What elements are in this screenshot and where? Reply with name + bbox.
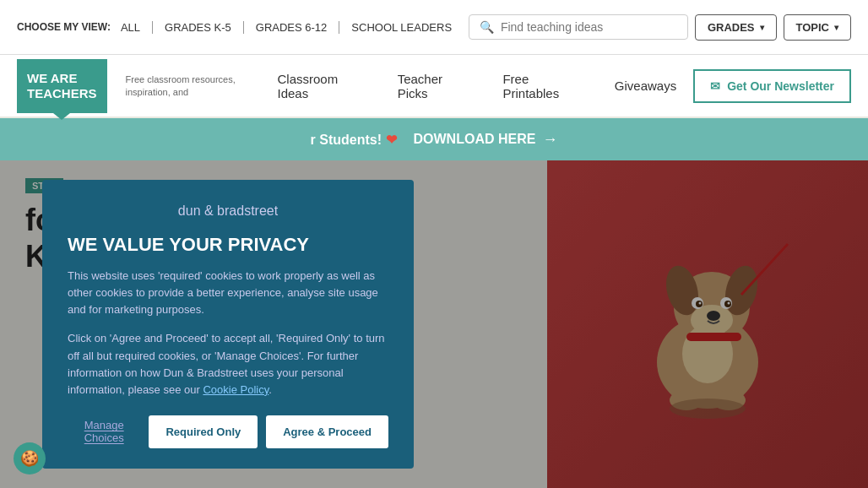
nav-grades-6-12[interactable]: GRADES 6-12 (244, 21, 340, 34)
nav-classroom-ideas[interactable]: Classroom Ideas (261, 72, 381, 100)
top-nav: CHOOSE MY VIEW: ALL GRADES K-5 GRADES 6-… (0, 0, 868, 55)
main-nav-links: Classroom Ideas Teacher Picks Free Print… (261, 69, 851, 103)
grades-dropdown[interactable]: GRADES ▾ (695, 14, 777, 41)
required-only-button[interactable]: Required Only (149, 415, 258, 448)
modal-overlay: dun & bradstreet WE VALUE YOUR PRIVACY T… (0, 160, 868, 488)
modal-body-1: This website uses 'required' cookies to … (68, 268, 388, 318)
promo-banner: r Students! ❤ DOWNLOAD HERE → (0, 118, 868, 160)
email-icon: ✉ (710, 79, 720, 93)
logo-subtitle: Free classroom resources, inspiration, a… (126, 73, 261, 98)
chevron-down-icon: ▾ (834, 23, 838, 32)
arrow-right-icon: → (542, 131, 557, 149)
choose-label: CHOOSE MY VIEW: (17, 21, 111, 33)
newsletter-button[interactable]: ✉ Get Our Newsletter (693, 69, 851, 103)
search-input-wrap: 🔍 (469, 14, 688, 40)
cookie-policy-link[interactable]: Cookie Policy (203, 383, 269, 396)
privacy-modal: dun & bradstreet WE VALUE YOUR PRIVACY T… (42, 180, 414, 469)
modal-body-2: Click on 'Agree and Proceed' to accept a… (68, 330, 388, 399)
topic-dropdown[interactable]: TOPIC ▾ (784, 14, 852, 41)
modal-actions: Manage Choices Required Only Agree & Pro… (68, 415, 388, 448)
cookie-icon[interactable]: 🍪 (14, 442, 46, 474)
chevron-down-icon: ▾ (760, 23, 764, 32)
nav-school-leaders[interactable]: SCHOOL LEADERS (339, 21, 464, 34)
modal-title: WE VALUE YOUR PRIVACY (68, 234, 388, 256)
modal-brand: dun & bradstreet (68, 203, 388, 219)
search-icon: 🔍 (480, 20, 494, 34)
nav-free-printables[interactable]: Free Printables (486, 72, 597, 100)
content-area: STEN for Teaching Kindergarten (0, 160, 868, 488)
search-input[interactable] (501, 20, 653, 34)
choose-view: CHOOSE MY VIEW: ALL GRADES K-5 GRADES 6-… (17, 21, 464, 34)
view-nav-links: ALL GRADES K-5 GRADES 6-12 SCHOOL LEADER… (121, 21, 464, 34)
nav-teacher-picks[interactable]: Teacher Picks (381, 72, 486, 100)
search-bar: 🔍 GRADES ▾ TOPIC ▾ (469, 14, 851, 41)
heart-icon: ❤ (386, 133, 397, 147)
agree-proceed-button[interactable]: Agree & Proceed (266, 415, 388, 448)
banner-text: r Students! ❤ (311, 132, 397, 148)
nav-grades-k5[interactable]: GRADES K-5 (153, 21, 244, 34)
manage-choices-button[interactable]: Manage Choices (68, 419, 140, 444)
nav-all[interactable]: ALL (121, 21, 153, 34)
nav-giveaways[interactable]: Giveaways (598, 79, 693, 93)
main-nav: WE ARE TEACHERS Free classroom resources… (0, 55, 868, 118)
download-button[interactable]: DOWNLOAD HERE → (414, 131, 558, 149)
site-logo[interactable]: WE ARE TEACHERS (17, 59, 107, 113)
